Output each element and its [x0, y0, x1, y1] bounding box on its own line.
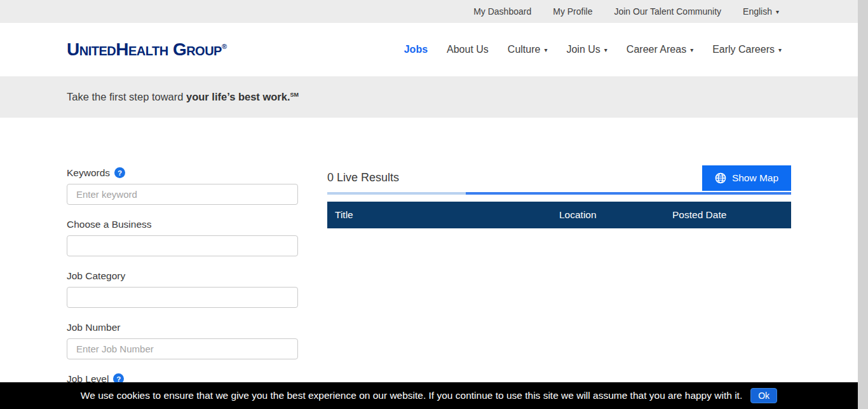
tagline-text: Take the first step toward your life’s b…	[67, 91, 299, 103]
results-section: 0 Live Results Show Map Title Location P	[327, 165, 791, 228]
nav-label: Culture	[508, 44, 541, 55]
nav-label: Early Careers	[712, 44, 775, 55]
keywords-field-group: Keywords ?	[67, 167, 298, 205]
results-progress-underline	[327, 192, 791, 195]
nav-item-about-us[interactable]: About Us	[447, 44, 489, 55]
globe-icon	[715, 172, 726, 184]
job-number-field-group: Job Number	[67, 321, 298, 359]
unitedhealth-group-logo[interactable]: UnitedHealth Group®	[67, 39, 227, 60]
job-category-input[interactable]	[67, 287, 298, 308]
column-posted-date: Posted Date	[672, 209, 791, 221]
business-field-group: Choose a Business	[67, 218, 298, 256]
chevron-down-icon: ▾	[604, 46, 607, 53]
nav-item-join-us[interactable]: Join Us ▾	[566, 44, 607, 55]
chevron-down-icon: ▾	[776, 8, 779, 15]
main-header: UnitedHealth Group® Jobs About Us Cultur…	[0, 23, 858, 76]
top-utility-bar: My Dashboard My Profile Join Our Talent …	[0, 0, 858, 23]
cookie-message: We use cookies to ensure that we give yo…	[81, 390, 742, 401]
topbar-item-my-dashboard[interactable]: My Dashboard	[473, 6, 531, 17]
job-number-input[interactable]	[67, 338, 298, 359]
nav-label: Join Us	[566, 44, 600, 55]
careers-page: My Dashboard My Profile Join Our Talent …	[0, 0, 868, 409]
chevron-down-icon: ▾	[778, 46, 782, 53]
column-title: Title	[335, 209, 559, 221]
topbar-item-my-profile[interactable]: My Profile	[553, 6, 592, 17]
logo-text: UnitedHealth Group	[67, 39, 222, 59]
cookie-consent-bar: We use cookies to ensure that we give yo…	[0, 382, 858, 409]
help-icon[interactable]: ?	[114, 167, 125, 178]
nav-item-early-careers[interactable]: Early Careers ▾	[712, 44, 782, 55]
live-results-count: 0 Live Results	[327, 171, 399, 184]
topbar-item-talent-community[interactable]: Join Our Talent Community	[614, 6, 721, 17]
vertical-scrollbar[interactable]	[858, 0, 868, 409]
language-label: English	[743, 6, 772, 17]
search-filters: Keywords ? Choose a Business Job Categor…	[67, 167, 298, 398]
nav-item-career-areas[interactable]: Career Areas ▾	[627, 44, 693, 55]
chevron-down-icon: ▾	[690, 46, 693, 53]
show-map-button[interactable]: Show Map	[702, 165, 791, 191]
cookie-ok-button[interactable]: Ok	[750, 388, 777, 403]
jobs-table-header: Title Location Posted Date	[327, 202, 791, 228]
column-location: Location	[559, 209, 672, 221]
chevron-down-icon: ▾	[544, 46, 547, 53]
keywords-label: Keywords ?	[67, 167, 298, 179]
job-number-label: Job Number	[67, 321, 298, 333]
registered-mark: ®	[222, 43, 227, 50]
business-input[interactable]	[67, 235, 298, 256]
underline-bright-segment	[466, 192, 791, 195]
business-label: Choose a Business	[67, 218, 298, 230]
keywords-input[interactable]	[67, 184, 298, 205]
jobs-table: Title Location Posted Date	[327, 202, 791, 228]
nav-label: Career Areas	[627, 44, 686, 55]
job-category-label: Job Category	[67, 270, 298, 282]
nav-item-culture[interactable]: Culture ▾	[508, 44, 548, 55]
underline-light-segment	[327, 192, 466, 195]
results-header: 0 Live Results Show Map	[327, 165, 791, 192]
tagline-band: Take the first step toward your life’s b…	[0, 76, 858, 118]
language-selector[interactable]: English ▾	[743, 6, 779, 17]
show-map-label: Show Map	[732, 172, 778, 184]
main-nav: Jobs About Us Culture ▾ Join Us ▾ Career…	[404, 44, 782, 55]
nav-item-jobs[interactable]: Jobs	[404, 44, 428, 55]
job-category-field-group: Job Category	[67, 270, 298, 308]
